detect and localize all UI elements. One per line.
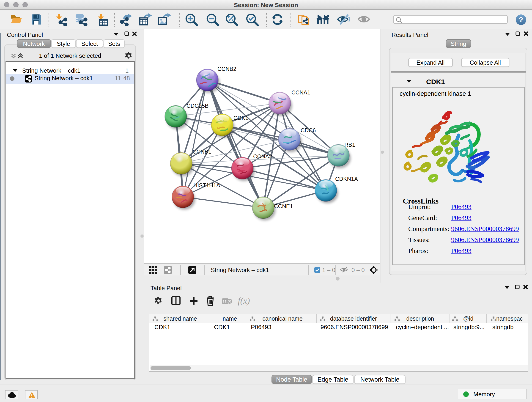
svg-text:CDK1: CDK1: [234, 115, 248, 121]
svg-text:CCNA2: CCNA2: [253, 153, 272, 160]
svg-text:HIST1H1A: HIST1H1A: [193, 182, 220, 188]
svg-text:CCNA1: CCNA1: [291, 89, 310, 96]
svg-text:CCNE1: CCNE1: [274, 203, 293, 209]
svg-text:CDC25B: CDC25B: [186, 103, 209, 109]
svg-text:CDC6: CDC6: [301, 127, 316, 133]
svg-text:CCNB1: CCNB1: [192, 148, 211, 155]
svg-text:CCNB2: CCNB2: [217, 66, 236, 72]
svg-text:CDKN1A: CDKN1A: [335, 176, 358, 182]
svg-text:RB1: RB1: [344, 142, 355, 148]
